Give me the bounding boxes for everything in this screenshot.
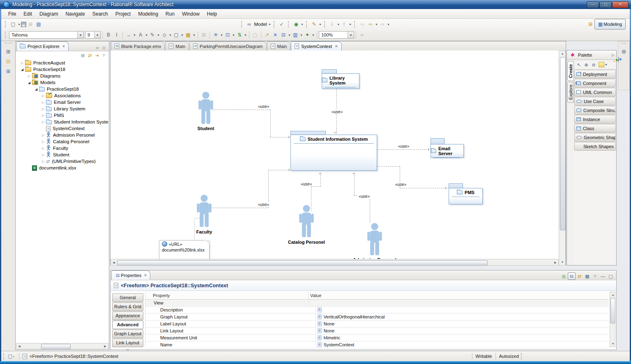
- compartment-icon[interactable]: ⊟: [279, 31, 288, 39]
- tree-item-library-system[interactable]: ▷Library System: [16, 105, 108, 112]
- maximize-view-icon[interactable]: ▢: [101, 45, 107, 51]
- expander-icon[interactable]: ▷: [40, 101, 46, 104]
- expander-icon[interactable]: ▷: [40, 107, 46, 111]
- palette-header[interactable]: ❖ Palette ▷: [567, 50, 616, 60]
- expander-icon[interactable]: ▷: [40, 147, 46, 150]
- menu-search[interactable]: Search: [89, 10, 112, 18]
- palette-drawer-deployment[interactable]: Deployment: [574, 70, 616, 78]
- actor-faculty[interactable]: [196, 195, 212, 227]
- chevron-down-icon[interactable]: ▼: [17, 23, 21, 26]
- maximize-view-icon[interactable]: ▢: [607, 272, 615, 280]
- collapse-all-icon[interactable]: ⊟: [79, 52, 86, 59]
- property-row-name[interactable]: Name≡SystemContext: [145, 341, 609, 348]
- chevron-down-icon[interactable]: ▼: [299, 34, 303, 37]
- menu-run[interactable]: Run: [162, 10, 178, 18]
- palette-drawer-sketch-shapes[interactable]: Sketch Shapes: [574, 142, 616, 151]
- property-row-measurement-unit[interactable]: Measurement Unit≡Himetric: [145, 334, 609, 341]
- distribute-icon[interactable]: ⇅: [235, 31, 244, 39]
- category-link-layout[interactable]: Link Layout: [112, 339, 143, 347]
- view-menu-icon[interactable]: ▽: [100, 52, 107, 59]
- menu-window[interactable]: Window: [178, 10, 203, 18]
- validate-icon[interactable]: ✓: [278, 20, 286, 28]
- expander-icon[interactable]: ▷: [19, 61, 25, 65]
- chevron-down-icon[interactable]: ▼: [318, 23, 322, 26]
- palette-tab-create[interactable]: Create: [567, 61, 574, 81]
- expander-icon[interactable]: ◢: [19, 68, 25, 71]
- model-glasses-icon[interactable]: ∞: [245, 20, 253, 28]
- menu-diagram[interactable]: Diagram: [36, 10, 62, 18]
- titlebar[interactable]: Modeling - PracticeSept18::SystemContext…: [0, 0, 631, 9]
- value-editor-icon[interactable]: ≡: [318, 342, 322, 347]
- editor-hscrollbar[interactable]: ◀ ▶: [111, 259, 559, 266]
- category-general[interactable]: General: [112, 293, 143, 302]
- property-value-cell[interactable]: ≡SystemContext: [316, 341, 609, 348]
- tree-item-student-information-system[interactable]: ▷Student Information System: [16, 119, 108, 125]
- chevron-down-icon[interactable]: ▼: [336, 23, 340, 26]
- close-tab-icon[interactable]: ✕: [335, 44, 338, 48]
- chevron-down-icon[interactable]: ▼: [180, 34, 184, 37]
- value-editor-icon[interactable]: ≡: [318, 321, 322, 326]
- properties-tab[interactable]: ▤ Properties ✕: [111, 270, 150, 280]
- line-color-icon[interactable]: ✎: [148, 31, 157, 39]
- align-icon[interactable]: ⊡: [223, 31, 232, 39]
- project-explorer-tab[interactable]: Project Explorer ✕: [16, 41, 69, 51]
- property-row-label-layout[interactable]: Label Layout≡None: [145, 321, 609, 327]
- arrange-all-icon[interactable]: ✳: [212, 31, 220, 39]
- tree-item-student[interactable]: ▷Student: [16, 151, 108, 158]
- property-value-cell[interactable]: [309, 300, 609, 306]
- actor-catalog-personel[interactable]: [299, 205, 314, 238]
- menu-file[interactable]: File: [5, 10, 20, 18]
- minimize-view-icon[interactable]: —: [599, 272, 607, 280]
- tree-item-diagrams[interactable]: ▷Diagrams: [16, 73, 108, 79]
- tree-item-models[interactable]: ◢Models: [16, 79, 108, 86]
- property-value-cell[interactable]: ≡None: [316, 327, 609, 334]
- property-value-cell[interactable]: ≡Himetric: [316, 334, 609, 341]
- show-categories-icon[interactable]: ⊟: [568, 272, 576, 280]
- close-view-icon[interactable]: ✕: [62, 44, 65, 48]
- open-perspective-icon[interactable]: ⊞: [586, 20, 594, 28]
- menu-project[interactable]: Project: [112, 10, 134, 18]
- expander-icon[interactable]: ▷: [26, 74, 32, 78]
- palette-collapse-icon[interactable]: ▷: [612, 53, 615, 57]
- chevron-down-icon[interactable]: ▼: [244, 34, 247, 37]
- property-row-link-layout[interactable]: Link Layout≡None: [145, 327, 609, 334]
- chevron-down-icon[interactable]: ▼: [77, 32, 83, 38]
- value-editor-icon[interactable]: ≡: [318, 307, 322, 312]
- chevron-down-icon[interactable]: ▼: [220, 34, 223, 37]
- editor-tab-main[interactable]: Main: [165, 41, 189, 50]
- chevron-down-icon[interactable]: ▼: [375, 23, 378, 26]
- focus-icon[interactable]: ⇥: [93, 52, 100, 59]
- model-menu-label[interactable]: Model: [254, 22, 267, 27]
- note-tool-icon[interactable]: [599, 62, 604, 67]
- show-people-icon[interactable]: ✦: [303, 31, 311, 39]
- minimize-view-icon[interactable]: ▭: [94, 45, 101, 51]
- model-ball-icon[interactable]: [618, 57, 619, 62]
- fill-color-icon[interactable]: ◇: [160, 31, 168, 39]
- chevron-down-icon[interactable]: ▼: [192, 34, 196, 37]
- palette-drawer-component[interactable]: Component: [574, 79, 616, 87]
- category-graph-layout[interactable]: Graph Layout: [112, 330, 143, 338]
- menu-modeling[interactable]: Modeling: [134, 10, 162, 18]
- restore-views-icon[interactable]: ⊞: [1, 48, 15, 56]
- expander-icon[interactable]: ▷: [40, 140, 46, 144]
- expander-icon[interactable]: ▷: [40, 120, 46, 124]
- palette-drawer-class[interactable]: Class: [574, 124, 616, 133]
- link-with-editor-icon[interactable]: ⇄: [86, 52, 93, 59]
- tree-item-admission-personel[interactable]: ▷Admission Personel: [16, 132, 108, 138]
- back-history-icon[interactable]: ⇦: [366, 20, 375, 28]
- line-width-icon[interactable]: ▢: [172, 31, 180, 39]
- expander-icon[interactable]: ◢: [26, 81, 32, 85]
- palette-drawer-instance[interactable]: Instance: [574, 115, 616, 124]
- chevron-down-icon[interactable]: ▼: [168, 34, 172, 37]
- tree-item-faculty[interactable]: ▷Faculty: [16, 145, 108, 151]
- tree-item-email-server[interactable]: ▷Email Server: [16, 99, 108, 105]
- synchronize-icon[interactable]: ⇄: [576, 272, 583, 280]
- palette-drawer-composite-stru-[interactable]: Composite Stru...: [574, 106, 616, 114]
- chevron-down-icon[interactable]: ▼: [311, 34, 315, 37]
- tree-item-pms[interactable]: ▷PMS: [16, 112, 108, 119]
- url-note[interactable]: «URL»document%20link.xlsx: [159, 240, 210, 259]
- value-editor-icon[interactable]: ≡: [318, 328, 322, 333]
- expander-icon[interactable]: ◢: [33, 87, 39, 91]
- editor-tab-blank-package-emx[interactable]: Blank Package.emx: [111, 41, 165, 50]
- chevron-down-icon[interactable]: ▼: [300, 23, 304, 26]
